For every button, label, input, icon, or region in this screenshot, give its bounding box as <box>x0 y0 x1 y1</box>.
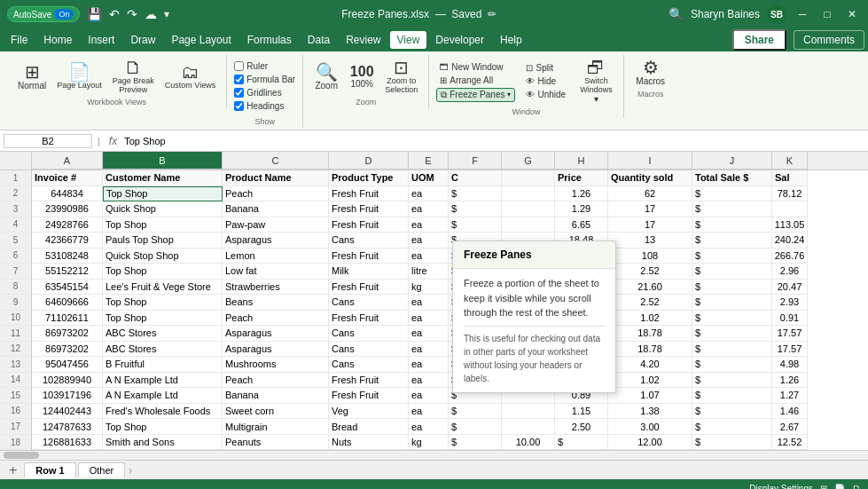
cell-c10[interactable]: Peach <box>223 311 329 327</box>
cell-a8[interactable]: 63545154 <box>32 280 103 296</box>
cell-k1[interactable]: Sal <box>772 170 808 186</box>
page-layout-button[interactable]: 📄 Page Layout <box>53 61 106 91</box>
cell-b11[interactable]: ABC Stores <box>103 326 223 342</box>
col-header-c[interactable]: C <box>223 152 329 170</box>
cell-k11[interactable]: 17.57 <box>772 326 808 342</box>
cell-j13[interactable]: $ <box>692 357 772 373</box>
cell-b10[interactable]: Top Shop <box>103 311 223 327</box>
headings-checkbox[interactable] <box>234 101 244 111</box>
cell-c3[interactable]: Banana <box>223 201 329 217</box>
cell-k14[interactable]: 1.26 <box>772 373 808 389</box>
cell-b18[interactable]: Smith and Sons <box>103 435 223 451</box>
cell-j15[interactable]: $ <box>692 388 772 404</box>
cell-c1[interactable]: Product Name <box>223 170 329 186</box>
cell-a2[interactable]: 644834 <box>32 186 103 202</box>
cell-j5[interactable]: $ <box>692 233 772 248</box>
cell-i17[interactable]: 3.00 <box>608 419 692 435</box>
split-button[interactable]: ⊡ Split <box>522 62 569 74</box>
cell-b17[interactable]: Top Shop <box>103 419 223 435</box>
cell-d1[interactable]: Product Type <box>329 170 409 186</box>
display-settings-button[interactable]: Display Settings <box>749 484 813 490</box>
cell-e10[interactable]: ea <box>409 311 449 327</box>
cell-h2[interactable]: 1.26 <box>555 186 608 202</box>
cell-g17[interactable] <box>502 419 555 435</box>
menu-insert[interactable]: Insert <box>81 31 121 49</box>
cell-k4[interactable]: 113.05 <box>772 217 808 233</box>
cell-e11[interactable]: ea <box>409 326 449 342</box>
cell-c12[interactable]: Asparagus <box>223 342 329 358</box>
cell-e17[interactable]: ea <box>409 419 449 435</box>
cell-g16[interactable] <box>502 404 555 420</box>
menu-formulas[interactable]: Formulas <box>240 31 299 49</box>
autosave-toggle[interactable]: AutoSave On <box>7 6 80 22</box>
cell-e5[interactable]: ea <box>409 233 449 248</box>
cell-a12[interactable]: 86973202 <box>32 342 103 358</box>
add-sheet-button[interactable]: + <box>4 462 22 478</box>
page-break-button[interactable]: 🗋 Page BreakPreview <box>109 57 158 96</box>
cell-d18[interactable]: Nuts <box>329 435 409 451</box>
col-header-e[interactable]: E <box>409 152 449 170</box>
scroll-thumb[interactable] <box>4 452 39 459</box>
gridlines-checkbox[interactable] <box>234 88 244 98</box>
page-break-status-btn[interactable]: 🗋 <box>852 484 861 490</box>
cell-b9[interactable]: Top Shop <box>103 295 223 311</box>
zoom-selection-button[interactable]: ⊡ Zoom toSelection <box>381 57 421 96</box>
cell-e6[interactable]: ea <box>409 248 449 264</box>
cell-b1[interactable]: Customer Name <box>103 170 223 186</box>
cell-f2[interactable]: $ <box>449 186 502 202</box>
cell-i9[interactable]: 2.52 <box>608 295 692 311</box>
cell-e2[interactable]: ea <box>409 186 449 202</box>
cell-h1[interactable]: Price <box>555 170 608 186</box>
cell-j8[interactable]: $ <box>692 280 772 296</box>
cell-f17[interactable]: $ <box>449 419 502 435</box>
cell-d16[interactable]: Veg <box>329 404 409 420</box>
cell-b7[interactable]: Top Shop <box>103 264 223 280</box>
cell-b12[interactable]: ABC Stores <box>103 342 223 358</box>
unhide-button[interactable]: 👁 Unhide <box>522 89 569 100</box>
cell-j12[interactable]: $ <box>692 342 772 358</box>
name-box[interactable] <box>4 134 92 148</box>
cell-b4[interactable]: Top Shop <box>103 217 223 233</box>
cell-j3[interactable]: $ <box>692 201 772 217</box>
cell-f4[interactable]: $ <box>449 217 502 233</box>
cell-j7[interactable]: $ <box>692 264 772 280</box>
cell-b16[interactable]: Fred's Wholesale Foods <box>103 404 223 420</box>
formula-bar-checkbox[interactable] <box>234 75 244 84</box>
cell-j18[interactable]: $ <box>692 435 772 451</box>
new-window-button[interactable]: 🗔 New Window <box>436 61 515 73</box>
cell-k2[interactable]: 78.12 <box>772 186 808 202</box>
cell-i15[interactable]: 1.07 <box>608 388 692 404</box>
cell-k7[interactable]: 2.96 <box>772 264 808 280</box>
cell-d6[interactable]: Fresh Fruit <box>329 248 409 264</box>
cell-a1[interactable]: Invoice # <box>32 170 103 186</box>
cell-b2[interactable]: Top Shop <box>103 186 223 202</box>
comments-button[interactable]: Comments <box>794 30 864 50</box>
cell-g1[interactable] <box>502 170 555 186</box>
cell-h18[interactable]: $ <box>555 435 608 451</box>
cell-d11[interactable]: Cans <box>329 326 409 342</box>
cell-d14[interactable]: Fresh Fruit <box>329 373 409 389</box>
normal-view-status-btn[interactable]: ⊞ <box>820 484 827 490</box>
cell-c11[interactable]: Asparagus <box>223 326 329 342</box>
menu-help[interactable]: Help <box>493 31 529 49</box>
formula-input[interactable] <box>124 136 864 146</box>
cell-i13[interactable]: 4.20 <box>608 357 692 373</box>
cell-i5[interactable]: 13 <box>608 233 692 248</box>
cell-h16[interactable]: 1.15 <box>555 404 608 420</box>
cell-k12[interactable]: 17.57 <box>772 342 808 358</box>
cell-i8[interactable]: 21.60 <box>608 280 692 296</box>
cell-a18[interactable]: 126881633 <box>32 435 103 451</box>
scroll-bar[interactable] <box>0 450 868 460</box>
cell-i16[interactable]: 1.38 <box>608 404 692 420</box>
cell-a14[interactable]: 102889940 <box>32 373 103 389</box>
menu-review[interactable]: Review <box>339 31 387 49</box>
cell-i2[interactable]: 62 <box>608 186 692 202</box>
cell-k3[interactable] <box>772 201 808 217</box>
menu-view[interactable]: View <box>390 31 427 49</box>
cell-k18[interactable]: 12.52 <box>772 435 808 451</box>
col-header-i[interactable]: I <box>608 152 692 170</box>
menu-data[interactable]: Data <box>301 31 337 49</box>
cell-a6[interactable]: 53108248 <box>32 248 103 264</box>
cell-k16[interactable]: 1.46 <box>772 404 808 420</box>
cell-k9[interactable]: 2.93 <box>772 295 808 311</box>
